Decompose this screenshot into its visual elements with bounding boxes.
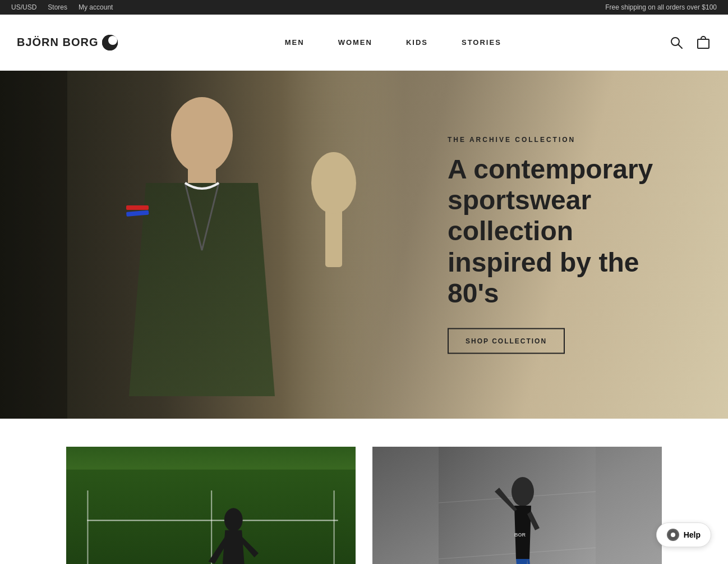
svg-rect-4 — [698, 39, 709, 48]
help-label: Help — [684, 530, 701, 539]
svg-rect-17 — [333, 490, 334, 564]
nav-women[interactable]: WOMEN — [338, 33, 372, 52]
svg-point-25 — [671, 533, 675, 537]
svg-text:BOR: BOR — [514, 532, 526, 538]
hero-figure — [0, 71, 404, 419]
top-bar-left: US/USD Stores My account — [11, 3, 113, 11]
cart-button[interactable] — [695, 35, 711, 51]
help-icon — [667, 529, 679, 541]
card-right[interactable]: BOR — [372, 447, 662, 564]
svg-rect-16 — [87, 490, 88, 564]
nav-stories[interactable]: STORIES — [462, 33, 501, 52]
svg-point-12 — [311, 152, 356, 214]
svg-line-3 — [679, 44, 683, 48]
help-button[interactable]: Help — [656, 522, 711, 547]
stores-link[interactable]: Stores — [48, 3, 67, 11]
top-bar: US/USD Stores My account Free shipping o… — [0, 0, 728, 15]
svg-point-18 — [224, 508, 243, 531]
main-nav: MEN WOMEN KIDS STORIES — [285, 33, 501, 52]
hero-subtitle: THE ARCHIVE COLLECTION — [448, 136, 683, 144]
search-button[interactable] — [669, 35, 684, 51]
below-hero: BOR — [0, 419, 728, 564]
card-left[interactable] — [66, 447, 356, 564]
header: BJÖRN BORG MEN WOMEN KIDS STORIES — [0, 15, 728, 71]
account-link[interactable]: My account — [79, 3, 113, 11]
region-selector[interactable]: US/USD — [11, 3, 36, 11]
svg-rect-15 — [211, 490, 212, 564]
hero-title: A contemporary sportswear collection ins… — [448, 154, 683, 309]
logo[interactable]: BJÖRN BORG — [17, 35, 118, 51]
hero-section: THE ARCHIVE COLLECTION A contemporary sp… — [0, 71, 728, 419]
header-icons — [669, 35, 711, 51]
svg-rect-10 — [0, 71, 67, 419]
hero-content: THE ARCHIVE COLLECTION A contemporary sp… — [448, 136, 683, 354]
svg-point-22 — [512, 477, 534, 506]
svg-point-1 — [108, 36, 117, 45]
shop-collection-button[interactable]: SHOP COLLECTION — [448, 328, 565, 354]
nav-men[interactable]: MEN — [285, 33, 305, 52]
logo-icon — [102, 35, 118, 51]
svg-point-6 — [171, 97, 233, 173]
logo-text: BJÖRN BORG — [17, 36, 99, 49]
svg-rect-14 — [87, 520, 338, 521]
svg-rect-8 — [126, 205, 149, 210]
shipping-notice: Free shipping on all orders over $100 — [605, 3, 717, 11]
nav-kids[interactable]: KIDS — [406, 33, 428, 52]
